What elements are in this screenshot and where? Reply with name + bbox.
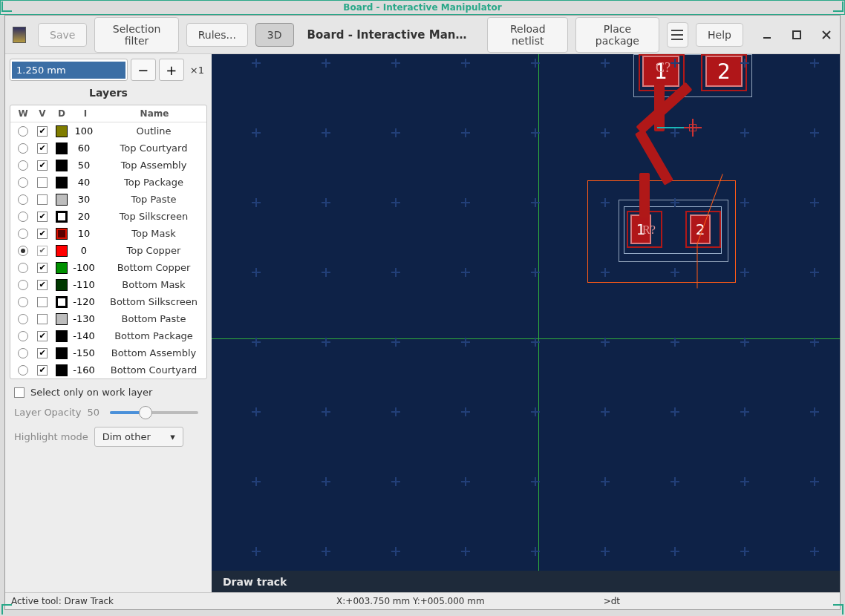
dimension-decrement[interactable]: − <box>131 59 156 81</box>
layer-color-swatch[interactable] <box>56 279 68 291</box>
layer-color-swatch[interactable] <box>56 211 68 223</box>
layer-row[interactable]: 30Top Paste <box>10 191 206 208</box>
col-name: Name <box>99 108 203 119</box>
grid-cross <box>461 547 470 556</box>
frame-corner-br[interactable] <box>833 604 844 615</box>
frame-corner-bl[interactable] <box>1 604 12 615</box>
layer-color-swatch[interactable] <box>56 142 68 154</box>
layer-work-radio[interactable] <box>18 314 28 324</box>
window-corner-tr[interactable] <box>833 1 844 12</box>
layer-color-swatch[interactable] <box>56 262 68 274</box>
layer-color-swatch[interactable] <box>56 330 68 342</box>
layer-row[interactable]: -130Bottom Paste <box>10 310 206 327</box>
layer-row[interactable]: -160Bottom Courtyard <box>10 361 206 379</box>
board-canvas[interactable]: 1 2 C? 1 2 R? <box>212 54 840 609</box>
hamburger-menu-button[interactable] <box>667 22 688 47</box>
layer-visible-check[interactable] <box>37 194 48 205</box>
layer-color-swatch[interactable] <box>56 347 68 359</box>
grid-cross <box>391 407 400 416</box>
grid-cross <box>810 128 819 137</box>
rules-button[interactable]: Rules... <box>186 23 248 47</box>
save-button[interactable]: Save <box>38 23 87 47</box>
layer-work-radio[interactable] <box>18 263 28 273</box>
layer-row[interactable]: -110Bottom Mask <box>10 276 206 293</box>
layer-row[interactable]: 0Top Copper <box>10 242 206 259</box>
layer-visible-check[interactable] <box>37 246 48 256</box>
layer-color-swatch[interactable] <box>56 296 68 308</box>
layer-row[interactable]: -140Bottom Package <box>10 327 206 344</box>
layer-row[interactable]: 50Top Assembly <box>10 157 206 174</box>
layer-row[interactable]: -150Bottom Assembly <box>10 344 206 361</box>
layer-visible-check[interactable] <box>37 314 48 324</box>
layer-work-radio[interactable] <box>18 365 28 376</box>
window-corner-tl[interactable] <box>1 1 12 12</box>
layer-work-radio[interactable] <box>18 126 28 137</box>
layer-work-radio[interactable] <box>18 194 28 205</box>
help-button[interactable]: Help <box>696 23 743 47</box>
close-button[interactable] <box>820 27 832 42</box>
layer-work-radio[interactable] <box>18 229 28 239</box>
layer-work-radio[interactable] <box>18 177 28 188</box>
grid-cross <box>531 128 540 137</box>
layer-visible-check[interactable] <box>37 177 48 188</box>
layer-work-radio[interactable] <box>18 331 28 341</box>
layer-visible-check[interactable] <box>37 212 48 222</box>
layer-color-swatch[interactable] <box>56 245 68 257</box>
layer-row[interactable]: 60Top Courtyard <box>10 140 206 157</box>
layer-work-radio[interactable] <box>18 348 28 358</box>
maximize-button[interactable] <box>791 27 803 42</box>
layer-work-radio[interactable] <box>18 143 28 154</box>
layer-visible-check[interactable] <box>37 280 48 290</box>
grid-cross <box>252 198 261 207</box>
minimize-button[interactable] <box>761 27 773 42</box>
layer-row[interactable]: -100Bottom Copper <box>10 259 206 276</box>
opacity-slider[interactable] <box>110 411 198 414</box>
highlight-mode-select[interactable]: Dim other ▾ <box>94 427 183 447</box>
layer-visible-check[interactable] <box>37 331 48 341</box>
layer-row[interactable]: 40Top Package <box>10 174 206 191</box>
layer-row[interactable]: 10Top Mask <box>10 225 206 242</box>
layer-visible-check[interactable] <box>37 160 48 171</box>
three-d-button[interactable]: 3D <box>255 23 294 47</box>
axis-y <box>538 54 539 609</box>
layer-work-radio[interactable] <box>18 212 28 222</box>
layer-work-radio[interactable] <box>18 297 28 307</box>
layer-visible-check[interactable] <box>37 365 48 376</box>
window-titlebar: Board - Interactive Manipulator <box>0 0 845 15</box>
comp-c-pad2[interactable]: 2 <box>705 56 743 87</box>
grid-cross <box>322 268 330 277</box>
layer-work-radio[interactable] <box>18 280 28 290</box>
layer-color-swatch[interactable] <box>56 125 68 137</box>
select-only-checkbox[interactable] <box>14 387 25 398</box>
layer-visible-check[interactable] <box>37 126 48 137</box>
layer-row[interactable]: 20Top Silkscreen <box>10 208 206 225</box>
layer-work-radio[interactable] <box>18 160 28 171</box>
comp-c-pad2-num: 2 <box>717 59 731 84</box>
grid-cross <box>391 477 400 486</box>
grid-cross <box>810 198 819 207</box>
dimension-increment[interactable]: + <box>159 59 184 81</box>
layer-visible-check[interactable] <box>37 297 48 307</box>
dimension-input[interactable]: 1.250 mm <box>10 59 128 81</box>
layer-color-swatch[interactable] <box>56 364 68 376</box>
layer-color-swatch[interactable] <box>56 177 68 189</box>
comp-c-ref: C? <box>656 60 671 76</box>
layer-work-radio[interactable] <box>18 246 28 256</box>
layer-color-swatch[interactable] <box>56 160 68 171</box>
layer-visible-check[interactable] <box>37 263 48 273</box>
layer-color-swatch[interactable] <box>56 228 68 240</box>
grid-cross <box>531 59 540 68</box>
layer-color-swatch[interactable] <box>56 313 68 325</box>
layer-visible-check[interactable] <box>37 143 48 154</box>
layer-visible-check[interactable] <box>37 229 48 239</box>
layer-visible-check[interactable] <box>37 348 48 358</box>
selection-filter-button[interactable]: Selection filter <box>94 17 178 53</box>
grid-cross <box>740 198 749 207</box>
select-only-row[interactable]: Select only on work layer <box>10 385 207 399</box>
reload-netlist-button[interactable]: Reload netlist <box>487 17 568 53</box>
place-package-button[interactable]: Place package <box>575 17 659 53</box>
layer-index: 0 <box>71 245 99 256</box>
layer-color-swatch[interactable] <box>56 194 68 206</box>
layer-row[interactable]: -120Bottom Silkscreen <box>10 293 206 310</box>
layer-row[interactable]: 100Outline <box>10 122 206 140</box>
